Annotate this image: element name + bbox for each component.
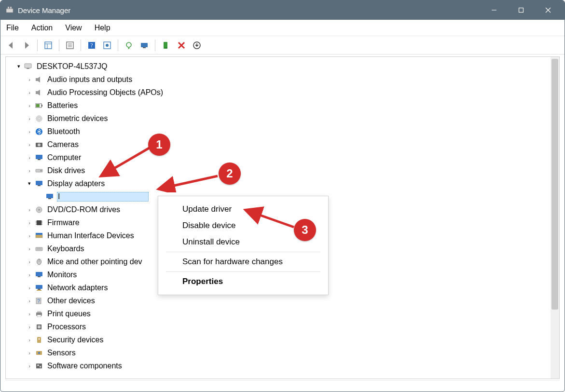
svg-rect-76: [40, 366, 41, 367]
chevron-right-icon[interactable]: ›: [26, 103, 34, 108]
tree-item-cameras[interactable]: ›Cameras: [9, 138, 557, 151]
menu-file[interactable]: File: [5, 22, 20, 34]
tree-item-batteries[interactable]: ›Batteries: [9, 99, 557, 112]
chevron-right-icon[interactable]: ›: [26, 350, 34, 356]
disable-device-button[interactable]: [175, 39, 188, 52]
vertical-scrollbar[interactable]: [551, 57, 559, 378]
svg-point-29: [37, 117, 41, 121]
disk-icon: [34, 166, 44, 176]
cpu-icon: [34, 322, 44, 332]
svg-rect-51: [36, 235, 42, 238]
chevron-right-icon[interactable]: ›: [26, 285, 34, 291]
svg-rect-44: [37, 220, 41, 225]
scan-hardware-button[interactable]: [138, 39, 151, 52]
chevron-right-icon[interactable]: ›: [26, 324, 34, 330]
chevron-right-icon[interactable]: ›: [26, 337, 34, 343]
svg-rect-67: [37, 315, 41, 317]
action-center-button[interactable]: [100, 39, 114, 52]
svg-rect-60: [36, 285, 42, 289]
minimize-button[interactable]: [481, 0, 508, 20]
tree-item-other[interactable]: ›?Other devices: [9, 294, 557, 307]
svg-rect-40: [46, 194, 53, 198]
tree-item-biometric[interactable]: ›Biometric devices: [9, 112, 557, 125]
chevron-down-icon[interactable]: ▾: [26, 180, 34, 187]
forward-button[interactable]: [20, 39, 33, 52]
chevron-right-icon[interactable]: ›: [26, 142, 34, 148]
svg-rect-26: [41, 105, 42, 107]
annotation-badge-3: 3: [294, 219, 316, 241]
help-button[interactable]: ?: [85, 39, 98, 52]
menu-view[interactable]: View: [64, 22, 83, 34]
svg-rect-61: [38, 289, 41, 290]
maximize-button[interactable]: [508, 0, 535, 20]
show-hide-tree-button[interactable]: [41, 39, 55, 52]
tree-item-audio-inputs[interactable]: ›Audio inputs and outputs: [9, 73, 557, 86]
chevron-right-icon[interactable]: ›: [26, 259, 34, 265]
update-driver-button[interactable]: [122, 39, 136, 52]
chevron-down-icon[interactable]: ▾: [15, 63, 23, 69]
svg-rect-34: [36, 155, 42, 159]
scrollbar-thumb[interactable]: [551, 59, 558, 310]
chip-icon: [34, 218, 44, 228]
svg-rect-59: [38, 276, 41, 277]
chevron-right-icon[interactable]: ›: [26, 233, 34, 239]
enable-device-button[interactable]: [159, 39, 173, 52]
svg-rect-27: [36, 104, 40, 107]
chevron-right-icon[interactable]: ›: [26, 129, 34, 135]
chevron-right-icon[interactable]: ›: [26, 363, 34, 369]
svg-text:?: ?: [90, 42, 93, 49]
back-button[interactable]: [4, 39, 18, 52]
svg-rect-20: [143, 47, 146, 48]
svg-rect-75: [37, 365, 39, 366]
tree-item-apo[interactable]: ›Audio Processing Objects (APOs): [9, 86, 557, 99]
menu-action[interactable]: Action: [30, 22, 54, 34]
tree-item-disk-drives[interactable]: ›Disk drives: [9, 164, 557, 177]
svg-rect-35: [38, 159, 41, 160]
tree-item-software-components[interactable]: ›Software components: [9, 359, 557, 372]
ctx-properties[interactable]: Properties: [162, 273, 324, 290]
chevron-right-icon[interactable]: ›: [26, 272, 34, 278]
tree-item-computer[interactable]: ›Computer: [9, 151, 557, 164]
ctx-update-driver[interactable]: Update driver: [162, 201, 324, 217]
tree-item-security[interactable]: ›Security devices: [9, 333, 557, 346]
tree-root[interactable]: ▾ DESKTOP-4L537JQ: [9, 60, 557, 73]
tree-item-sensors[interactable]: ›Sensors: [9, 346, 557, 359]
chevron-right-icon[interactable]: ›: [26, 220, 34, 226]
svg-rect-70: [37, 337, 41, 343]
svg-rect-52: [36, 233, 42, 235]
tree-item-processors[interactable]: ›Processors: [9, 320, 557, 333]
chevron-right-icon[interactable]: ›: [26, 155, 34, 161]
app-icon: [5, 6, 14, 14]
svg-rect-4: [519, 8, 524, 13]
selected-device-label: I: [57, 192, 149, 202]
svg-rect-24: [27, 68, 29, 69]
software-icon: [34, 361, 44, 371]
svg-point-43: [39, 209, 40, 210]
chevron-right-icon[interactable]: ›: [26, 90, 34, 95]
chevron-right-icon[interactable]: ›: [26, 77, 34, 82]
chevron-right-icon[interactable]: ›: [26, 246, 34, 252]
chevron-right-icon[interactable]: ›: [26, 311, 34, 317]
svg-rect-62: [37, 290, 41, 291]
speaker-icon: [34, 75, 44, 84]
mouse-icon: [34, 257, 44, 267]
tree-item-print[interactable]: ›Print queues: [9, 307, 557, 320]
monitor-icon: [34, 270, 44, 280]
security-icon: [34, 335, 44, 345]
properties-button[interactable]: [63, 39, 77, 52]
tree-item-display-adapters[interactable]: ▾Display adapters: [9, 177, 557, 190]
close-button[interactable]: [535, 0, 562, 20]
titlebar: Device Manager: [0, 0, 565, 20]
menu-help[interactable]: Help: [94, 22, 111, 34]
chevron-right-icon[interactable]: ›: [26, 207, 34, 213]
camera-icon: [34, 140, 44, 149]
uninstall-device-button[interactable]: [190, 39, 204, 52]
chevron-right-icon[interactable]: ›: [26, 116, 34, 122]
display-adapter-icon: [44, 192, 55, 202]
svg-rect-0: [6, 9, 13, 13]
tree-item-bluetooth[interactable]: ›Bluetooth: [9, 125, 557, 138]
ctx-scan-hardware[interactable]: Scan for hardware changes: [162, 254, 324, 270]
chevron-right-icon[interactable]: ›: [26, 168, 34, 174]
svg-rect-69: [38, 325, 41, 328]
chevron-right-icon[interactable]: ›: [26, 298, 34, 304]
